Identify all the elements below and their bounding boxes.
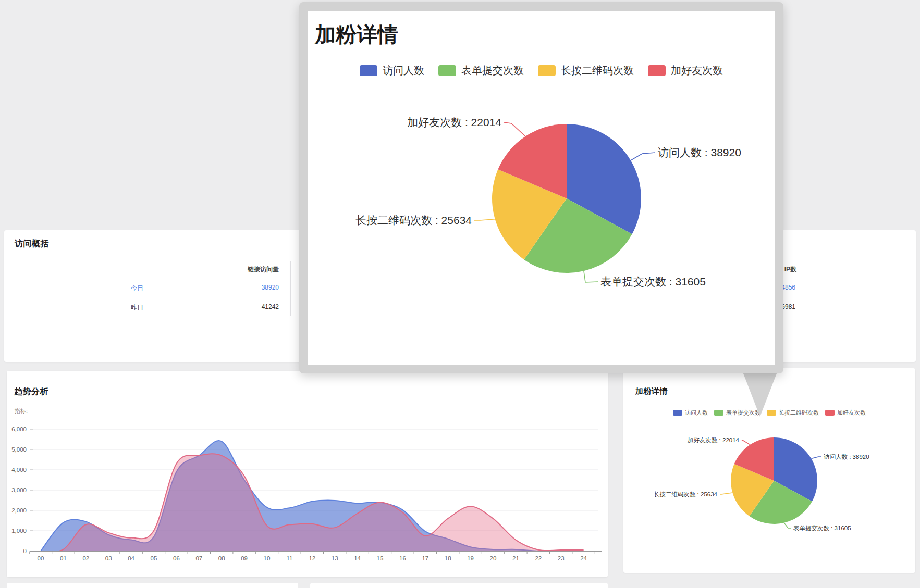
x-axis-tick-label: 05 <box>151 555 157 561</box>
pie-label-leader <box>631 153 655 160</box>
x-axis-tick-label: 14 <box>354 555 361 561</box>
pie-data-label: 加好友次数 : 22014 <box>407 116 501 128</box>
y-axis-tick-label: 2,000 <box>11 507 27 514</box>
pie-label-leader <box>742 440 750 445</box>
x-axis-tick-label: 02 <box>82 555 89 561</box>
bottom-panel-partial <box>7 583 298 588</box>
x-axis-tick-label: 12 <box>309 555 315 561</box>
yesterday-link-visits: 41242 <box>202 303 279 310</box>
x-axis-tick-label: 17 <box>422 555 428 561</box>
x-axis-tick-label: 07 <box>195 555 202 561</box>
visit-summary-title: 访问概括 <box>15 239 49 249</box>
x-axis-tick-label: 06 <box>173 555 180 561</box>
x-axis-tick-label: 20 <box>490 555 497 561</box>
row-label-today[interactable]: 今日 <box>111 284 163 293</box>
x-axis-tick-label: 21 <box>512 555 519 561</box>
fans-pie-chart-large[interactable]: 访问人数 : 38920表单提交次数 : 31605长按二维码次数 : 2563… <box>308 11 775 365</box>
pie-data-label: 访问人数 : 38920 <box>658 146 741 158</box>
x-axis-tick-label: 13 <box>332 555 338 561</box>
row-label-yesterday[interactable]: 昨日 <box>111 303 163 312</box>
popup-callout-arrow <box>742 371 778 417</box>
x-axis-tick-label: 15 <box>377 555 384 561</box>
pie-label-leader <box>784 523 791 528</box>
trend-analysis-panel: 趋势分析 指标: 01,0002,0003,0004,0005,0006,000… <box>7 371 608 577</box>
pie-label-leader <box>504 122 525 136</box>
column-header-link-visits: 链接访问量 <box>202 265 279 274</box>
x-axis-tick-label: 22 <box>535 555 542 561</box>
pie-label-leader <box>584 271 598 282</box>
y-axis-tick-label: 0 <box>23 548 27 554</box>
pie-label-leader <box>811 457 821 459</box>
pie-data-label: 表单提交次数 : 31605 <box>600 276 706 287</box>
pie-label-leader <box>720 493 732 494</box>
x-axis-tick-label: 04 <box>128 555 134 561</box>
x-axis-tick-label: 00 <box>38 555 44 561</box>
column-divider <box>808 261 808 316</box>
y-axis-tick-label: 4,000 <box>11 467 27 473</box>
pie-data-label: 表单提交次数 : 31605 <box>793 525 851 531</box>
y-axis-tick-label: 6,000 <box>11 426 27 432</box>
pie-data-label: 访问人数 : 38920 <box>824 454 869 460</box>
x-axis-tick-label: 18 <box>445 555 451 561</box>
x-axis-tick-label: 23 <box>558 555 565 561</box>
y-axis-tick-label: 3,000 <box>11 487 27 493</box>
dashboard: 访问概括 链接访问量 IP数 今日 38920 34856 昨日 41242 3… <box>0 0 920 588</box>
x-axis-tick-label: 11 <box>286 555 292 561</box>
trend-area-chart[interactable]: 01,0002,0003,0004,0005,0006,000000102030… <box>7 371 608 577</box>
pie-label-leader <box>474 219 495 220</box>
fans-detail-popup: 加粉详情 访问人数表单提交次数长按二维码次数加好友次数 访问人数 : 38920… <box>299 2 783 373</box>
bottom-panel-partial <box>310 583 608 588</box>
column-divider <box>290 261 291 316</box>
y-axis-tick-label: 5,000 <box>11 446 27 453</box>
pie-data-label: 加好友次数 : 22014 <box>688 437 740 443</box>
pie-data-label: 长按二维码次数 : 25634 <box>654 491 718 497</box>
x-axis-tick-label: 16 <box>399 555 406 561</box>
x-axis-tick-label: 24 <box>580 555 587 561</box>
x-axis-tick-label: 08 <box>218 555 225 561</box>
x-axis-tick-label: 19 <box>467 555 474 561</box>
x-axis-tick-label: 01 <box>60 555 67 561</box>
today-link-visits: 38920 <box>202 284 279 291</box>
x-axis-tick-label: 09 <box>241 555 248 561</box>
x-axis-tick-label: 10 <box>264 555 271 561</box>
y-axis-tick-label: 1,000 <box>11 528 27 534</box>
x-axis-tick-label: 03 <box>105 555 112 561</box>
pie-data-label: 长按二维码次数 : 25634 <box>355 214 472 226</box>
